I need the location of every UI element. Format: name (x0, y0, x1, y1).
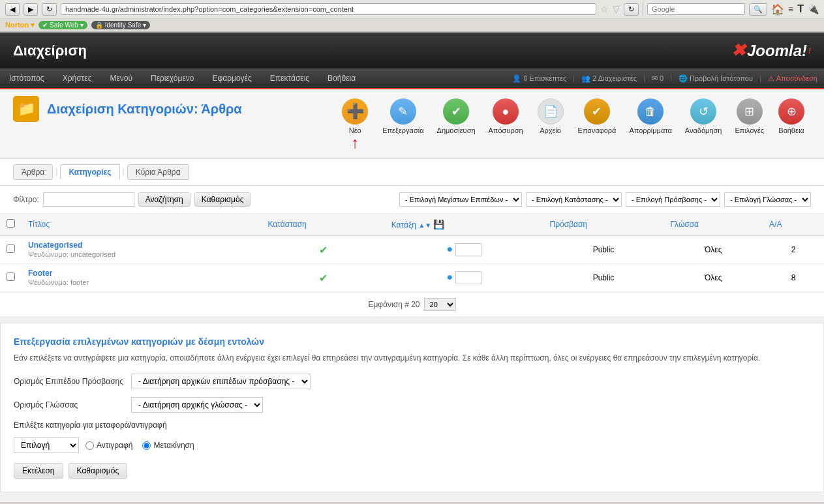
max-levels-select[interactable]: - Επιλογή Μεγίστων Επιπέδων - (399, 192, 522, 207)
new-arrow: ↑ (335, 134, 374, 152)
row1-check[interactable] (7, 245, 15, 253)
new-btn-container: ➕ Νέο ↑ (335, 96, 374, 152)
joomla-logo: ✖ Joomla! ! (731, 40, 811, 61)
tab-featured[interactable]: Κύρια Άρθρα (127, 164, 189, 180)
nav-item-menus[interactable]: Μενού (100, 68, 142, 88)
warning-icon: ⚠ (768, 74, 774, 83)
nav-item-users[interactable]: Χρήστες (53, 68, 101, 88)
batch-clear-button[interactable]: Καθαρισμός (69, 463, 128, 479)
search-button[interactable]: Αναζήτηση (138, 192, 191, 207)
copy-radio-label[interactable]: Αντιγραφή (85, 441, 132, 450)
exec-button[interactable]: Εκτέλεση (14, 463, 63, 479)
select-all-checkbox[interactable] (7, 219, 15, 228)
nav-item-extensions[interactable]: Επεκτάσεις (261, 68, 318, 88)
admins-label: 2 Διαχειριστές (592, 74, 637, 82)
visitors-item[interactable]: 👤 0 Επισκέπτες (512, 74, 566, 83)
identity-safe-label: Identity Safe ▾ (105, 22, 146, 29)
save-order-icon[interactable]: 💾 (433, 219, 444, 230)
visitors-label: 0 Επισκέπτες (523, 74, 566, 82)
options-button[interactable]: ⊞ Επιλογές (729, 96, 769, 137)
row1-title: Uncategorised Ψευδώνυμο: uncategorised (22, 235, 261, 264)
home-icon[interactable]: 🏠 (771, 3, 784, 16)
publish-button[interactable]: ✔ Δημοσίευση (432, 96, 481, 137)
nav-item-site[interactable]: Ιστότοπος (0, 68, 53, 88)
tab-articles[interactable]: Άρθρα (13, 164, 53, 180)
move-radio[interactable] (142, 441, 151, 450)
safe-web-badge[interactable]: ✔ Safe Web ▾ (38, 21, 87, 29)
search-button[interactable]: 🔍 (749, 3, 767, 16)
filter-input[interactable] (43, 192, 134, 207)
batch-lang-label: Ορισμός Γλώσσας (14, 400, 125, 409)
th-order[interactable]: Κατάξη ▲▼ 💾 (385, 214, 543, 235)
back-button[interactable]: ◀ (5, 3, 20, 16)
nav-item-content[interactable]: Περιεχόμενο (142, 68, 203, 88)
move-radio-text: Μετακίνηση (153, 441, 194, 450)
batch-actions: Εκτέλεση Καθαρισμός (14, 463, 810, 479)
row1-order-input[interactable]: 1 (455, 243, 481, 256)
copy-radio[interactable] (85, 441, 94, 450)
move-radio-label[interactable]: Μετακίνηση (142, 441, 194, 450)
browser-chrome: ◀ ▶ ↻ ☆ ▽ ↻ 🔍 🏠 ≡ T 🔌 Norton ▾ ✔ Safe We… (0, 0, 824, 33)
table-area: Τίτλος Κατάσταση Κατάξη ▲▼ 💾 Πρόσβαση Γ (0, 214, 824, 316)
clear-button[interactable]: Καθαρισμός (194, 192, 251, 207)
row1-access: Public (543, 235, 664, 264)
th-title[interactable]: Τίτλος (22, 214, 261, 235)
nav-item-help[interactable]: Βοήθεια (318, 68, 365, 88)
tab-categories[interactable]: Κατηγορίες (60, 164, 119, 180)
batch-access-select[interactable]: - Διατήρηση αρχικών επιπέδων πρόσβασης - (131, 374, 311, 389)
messages-item[interactable]: ✉ 0 (652, 74, 664, 83)
plugin-icon[interactable]: 🔌 (808, 4, 819, 14)
page-size-select[interactable]: 20 25 50 100 (424, 298, 456, 311)
messages-count: 0 (660, 74, 664, 82)
refresh-button[interactable]: ↻ (42, 3, 57, 16)
browser-titlebar: ◀ ▶ ↻ ☆ ▽ ↻ 🔍 🏠 ≡ T 🔌 (0, 0, 824, 19)
batch-cat-row: Επιλέξτε κατηγορία για μεταφορά/αντιγραφ… (14, 421, 810, 430)
archive-button[interactable]: 📄 Αρχείο (531, 96, 570, 137)
batch-cat-select[interactable]: Επιλογή (14, 437, 79, 453)
trash-button[interactable]: 🗑 Απορρίμματα (624, 96, 677, 137)
status-select[interactable]: - Επιλογή Κατάστασης - (526, 192, 622, 207)
sort-icon: ▲▼ (418, 222, 431, 229)
filter-right: - Επιλογή Μεγίστων Επιπέδων - - Επιλογή … (399, 192, 811, 207)
identity-safe-badge[interactable]: 🔒 Identity Safe ▾ (91, 21, 150, 29)
new-button[interactable]: ➕ Νέο (335, 96, 374, 137)
row2-title-link[interactable]: Footer (28, 269, 52, 278)
help-button[interactable]: ⊕ Βοήθεια (772, 96, 811, 137)
row1-featured-icon[interactable]: ● (447, 243, 453, 254)
help-icon: ⊕ (778, 98, 804, 125)
options-label: Επιλογές (735, 126, 764, 134)
logout-item[interactable]: ⚠ Αποσύνδεση (768, 74, 817, 83)
row2-lang: Όλες (664, 264, 763, 292)
view-site-item[interactable]: 🌐 Προβολή Ιστότοπου (679, 74, 753, 83)
unpublish-button[interactable]: ● Απόσυρση (483, 96, 528, 137)
norton-text: Norton ▾ (5, 21, 35, 29)
access-select[interactable]: - Επιλογή Πρόσβασης - (626, 192, 720, 207)
row2-featured-icon[interactable]: ● (447, 271, 453, 282)
norton-badge[interactable]: Norton ▾ (5, 21, 35, 29)
filter-label: Φίλτρο: (13, 195, 39, 204)
row2-access-value: Public (593, 273, 615, 282)
row2-published-icon[interactable]: ✔ (319, 273, 328, 284)
checkin-button[interactable]: ✔ Επαναφορά (573, 96, 622, 137)
url-bar[interactable] (61, 3, 596, 15)
row1-published-icon[interactable]: ✔ (319, 245, 328, 256)
rebuild-button[interactable]: ↺ Αναδόμηση (680, 96, 727, 137)
forward-button[interactable]: ▶ (23, 3, 38, 16)
trash-icon: 🗑 (637, 98, 664, 125)
nav-item-apps[interactable]: Εφαρμογές (203, 68, 260, 88)
menu-icon[interactable]: ≡ (788, 4, 793, 14)
top-nav: Ιστότοπος Χρήστες Μενού Περιεχόμενο Εφαρ… (0, 68, 824, 89)
language-select[interactable]: - Επιλογή Γλώσσας - (724, 192, 811, 207)
batch-lang-select[interactable]: - Διατήρηση αρχικής γλώσσας - (131, 397, 263, 413)
text-icon[interactable]: T (797, 3, 804, 15)
row2-order-input[interactable]: 2 (455, 271, 481, 284)
edit-button[interactable]: ✎ Επεξεργασία (377, 96, 429, 137)
reload-button[interactable]: ↻ (624, 3, 639, 16)
browser-toolbar: Norton ▾ ✔ Safe Web ▾ 🔒 Identity Safe ▾ (0, 19, 824, 32)
admins-item[interactable]: 👥 2 Διαχειριστές (581, 74, 637, 83)
search-input[interactable] (647, 3, 745, 15)
edit-icon: ✎ (390, 98, 416, 125)
unpublish-icon: ● (493, 98, 519, 125)
row1-title-link[interactable]: Uncategorised (28, 241, 82, 250)
row2-check[interactable] (7, 273, 15, 281)
